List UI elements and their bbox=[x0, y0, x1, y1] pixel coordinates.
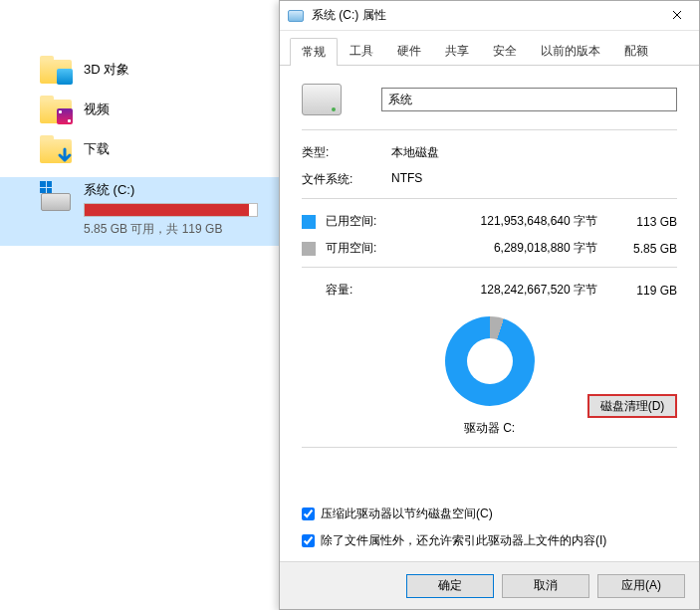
drive-c-item[interactable]: 系统 (C:) 5.85 GB 可用，共 119 GB bbox=[0, 177, 279, 246]
tab-content: 类型: 本地磁盘 文件系统: NTFS 已用空间: 121,953,648,64… bbox=[280, 66, 699, 561]
compress-checkbox-row[interactable]: 压缩此驱动器以节约磁盘空间(C) bbox=[302, 506, 677, 522]
drive-usage-bar bbox=[84, 203, 258, 217]
tab-previous-versions[interactable]: 以前的版本 bbox=[529, 37, 612, 65]
ok-button[interactable]: 确定 bbox=[406, 574, 494, 598]
usage-pie-chart bbox=[445, 316, 535, 406]
capacity-gb: 119 GB bbox=[617, 284, 677, 298]
free-bytes: 6,289,018,880 字节 bbox=[395, 240, 617, 257]
index-checkbox-row[interactable]: 除了文件属性外，还允许索引此驱动器上文件的内容(I) bbox=[302, 532, 677, 549]
folder-videos[interactable]: 视频 bbox=[0, 90, 279, 129]
type-label: 类型: bbox=[302, 144, 391, 161]
volume-name-input[interactable] bbox=[381, 88, 677, 111]
drive-large-icon bbox=[302, 84, 342, 115]
tab-sharing[interactable]: 共享 bbox=[433, 37, 481, 65]
tab-general[interactable]: 常规 bbox=[290, 38, 338, 66]
used-color-swatch bbox=[302, 215, 316, 229]
tab-quota[interactable]: 配额 bbox=[612, 37, 660, 65]
folder-label: 视频 bbox=[84, 101, 110, 118]
divider bbox=[302, 447, 677, 448]
titlebar: 系统 (C:) 属性 bbox=[280, 1, 699, 31]
tab-tools[interactable]: 工具 bbox=[338, 37, 385, 65]
drive-subtitle: 5.85 GB 可用，共 119 GB bbox=[84, 221, 267, 238]
index-checkbox[interactable] bbox=[302, 534, 315, 547]
tab-security[interactable]: 安全 bbox=[481, 37, 529, 65]
dialog-title: 系统 (C:) 属性 bbox=[312, 7, 654, 24]
compress-label: 压缩此驱动器以节约磁盘空间(C) bbox=[321, 506, 493, 522]
divider bbox=[302, 198, 677, 199]
compress-checkbox[interactable] bbox=[302, 508, 315, 520]
folder-icon bbox=[40, 135, 72, 163]
disk-cleanup-button[interactable]: 磁盘清理(D) bbox=[587, 394, 677, 418]
folder-label: 下载 bbox=[84, 140, 110, 158]
pie-drive-label: 驱动器 C: bbox=[464, 420, 515, 437]
properties-dialog: 系统 (C:) 属性 常规 工具 硬件 共享 安全 以前的版本 配额 类型: 本… bbox=[279, 0, 700, 610]
dialog-footer: 确定 取消 应用(A) bbox=[280, 561, 699, 609]
divider bbox=[302, 129, 677, 130]
download-arrow-icon bbox=[56, 147, 74, 165]
folder-icon bbox=[40, 96, 72, 123]
index-label: 除了文件属性外，还允许索引此驱动器上文件的内容(I) bbox=[321, 532, 606, 549]
divider bbox=[302, 267, 677, 268]
cancel-button[interactable]: 取消 bbox=[502, 574, 589, 598]
used-label: 已用空间: bbox=[326, 213, 395, 230]
filesystem-value: NTFS bbox=[391, 171, 422, 188]
explorer-sidebar: 3D 对象 视频 下载 系统 (C:) 5.85 GB 可用，共 119 GB bbox=[0, 0, 279, 610]
apply-button[interactable]: 应用(A) bbox=[597, 574, 685, 598]
capacity-bytes: 128,242,667,520 字节 bbox=[395, 282, 617, 299]
close-button[interactable] bbox=[654, 0, 699, 30]
capacity-label: 容量: bbox=[326, 282, 395, 299]
used-bytes: 121,953,648,640 字节 bbox=[395, 213, 617, 230]
type-value: 本地磁盘 bbox=[391, 144, 439, 161]
free-label: 可用空间: bbox=[326, 240, 395, 257]
drive-small-icon bbox=[288, 10, 304, 22]
folder-icon bbox=[40, 56, 72, 84]
close-icon bbox=[672, 10, 682, 20]
tab-hardware[interactable]: 硬件 bbox=[385, 37, 433, 65]
free-color-swatch bbox=[302, 242, 316, 256]
folder-downloads[interactable]: 下载 bbox=[0, 129, 279, 169]
drive-icon bbox=[40, 181, 72, 213]
free-gb: 5.85 GB bbox=[617, 242, 677, 256]
folder-label: 3D 对象 bbox=[84, 61, 129, 79]
filesystem-label: 文件系统: bbox=[302, 171, 391, 188]
drive-title: 系统 (C:) bbox=[84, 181, 267, 199]
used-gb: 113 GB bbox=[617, 215, 677, 229]
tab-strip: 常规 工具 硬件 共享 安全 以前的版本 配额 bbox=[280, 31, 699, 66]
folder-3d-objects[interactable]: 3D 对象 bbox=[0, 50, 279, 90]
